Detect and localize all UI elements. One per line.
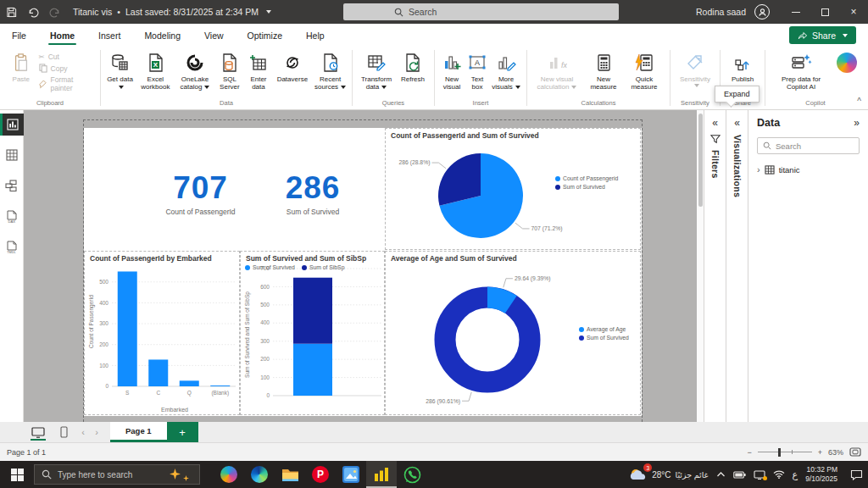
- expand-visualizations-icon[interactable]: «: [734, 117, 740, 129]
- legend-item[interactable]: Sum of SibSp: [302, 264, 345, 270]
- minimize-button[interactable]: [782, 0, 810, 24]
- report-page[interactable]: 707 Count of PassengerId 286 Sum of Surv…: [84, 128, 642, 416]
- card-sum-survived[interactable]: 286 Sum of Survived: [241, 170, 385, 216]
- copilot-button[interactable]: [833, 51, 860, 75]
- zoom-out-button[interactable]: −: [747, 448, 751, 457]
- collapse-ribbon-button[interactable]: ^: [857, 97, 861, 106]
- weather-widget[interactable]: 3 28°C غائم جزئيًا: [629, 467, 708, 482]
- share-button[interactable]: Share: [789, 26, 856, 44]
- canvas-scrollbar[interactable]: [697, 110, 704, 422]
- taskbar-search-input[interactable]: Type here to search: [34, 464, 200, 485]
- pie-chart-visual[interactable]: Count of PassengerId and Sum of Survived…: [385, 128, 641, 250]
- undo-icon[interactable]: [22, 3, 44, 20]
- close-button[interactable]: ×: [839, 0, 868, 24]
- bar-chart-visual[interactable]: Count of PassengerId by Embarked Count o…: [84, 251, 240, 415]
- enter-data-button[interactable]: Enter data: [244, 51, 272, 92]
- scrollbar-thumb[interactable]: [698, 114, 703, 207]
- add-page-button[interactable]: +: [167, 422, 198, 442]
- account-avatar-icon[interactable]: [754, 4, 770, 19]
- taskbar-powerbi-button[interactable]: [366, 461, 397, 488]
- sql-server-button[interactable]: SQL Server: [214, 51, 244, 92]
- zoom-slider-handle[interactable]: [778, 448, 782, 457]
- taskbar-whatsapp-button[interactable]: [397, 461, 427, 488]
- tab-help[interactable]: Help: [294, 25, 337, 45]
- notification-center-icon[interactable]: [850, 469, 863, 480]
- prep-data-copilot-button[interactable]: Prep data for Copilot AI: [769, 51, 833, 92]
- taskbar-pinterest-button[interactable]: P: [305, 461, 336, 488]
- legend-item[interactable]: Count of Passengerid: [555, 175, 618, 181]
- account-name[interactable]: Rodina saad: [696, 7, 746, 17]
- taskbar-file-explorer-button[interactable]: [275, 461, 305, 488]
- tab-optimize[interactable]: Optimize: [236, 25, 294, 45]
- start-button[interactable]: [0, 461, 34, 488]
- tab-modeling[interactable]: Modeling: [132, 25, 192, 45]
- taskbar-edge-button[interactable]: [244, 461, 275, 488]
- zoom-slider[interactable]: [758, 452, 812, 452]
- onelake-catalog-button[interactable]: OneLake catalog: [175, 51, 215, 92]
- more-visuals-button[interactable]: More visuals: [489, 51, 523, 92]
- report-canvas[interactable]: 707 Count of PassengerId 286 Sum of Surv…: [24, 110, 704, 422]
- wifi-icon[interactable]: [773, 470, 785, 479]
- filters-pane-title[interactable]: Filters: [710, 150, 721, 179]
- redo-icon[interactable]: [44, 3, 66, 20]
- desktop-layout-button[interactable]: [25, 422, 51, 442]
- cut-button[interactable]: ✂Cut: [39, 53, 97, 61]
- previous-page-button[interactable]: ‹: [76, 422, 90, 442]
- tab-file[interactable]: File: [0, 25, 38, 45]
- donut-chart-visual[interactable]: Average of Age and Sum of Survived 29.64…: [385, 251, 641, 415]
- page-tab[interactable]: Page 1: [110, 422, 167, 442]
- expand-filters-icon[interactable]: «: [712, 117, 718, 129]
- legend-item[interactable]: Sum of Survived: [555, 184, 618, 190]
- tab-view[interactable]: View: [192, 25, 236, 45]
- collapse-data-pane-icon[interactable]: »: [854, 117, 860, 129]
- mobile-layout-button[interactable]: [51, 422, 76, 442]
- tmdl-view-button[interactable]: TMDL: [0, 236, 24, 258]
- zoom-in-button[interactable]: +: [818, 448, 822, 457]
- dax-query-view-button[interactable]: DAX: [0, 205, 24, 227]
- new-visual-calculation-button[interactable]: fx New visual calculation: [531, 51, 583, 92]
- tab-insert[interactable]: Insert: [86, 25, 132, 45]
- get-data-button[interactable]: Get data: [104, 51, 136, 92]
- publish-button[interactable]: Publish: [724, 51, 761, 83]
- fit-to-page-icon[interactable]: [849, 447, 861, 457]
- transform-data-button[interactable]: Transform data: [356, 51, 397, 92]
- expand-chevron-icon[interactable]: ›: [757, 164, 760, 175]
- maximize-button[interactable]: [810, 0, 839, 24]
- zoom-percent[interactable]: 63%: [828, 448, 843, 457]
- new-measure-button[interactable]: New measure: [583, 51, 624, 92]
- language-indicator[interactable]: ع: [793, 469, 798, 480]
- taskbar-photos-button[interactable]: [336, 461, 366, 488]
- save-icon[interactable]: [0, 3, 22, 20]
- recent-sources-button[interactable]: Recent sources: [312, 51, 348, 92]
- battery-icon[interactable]: [733, 471, 746, 479]
- dataverse-button[interactable]: Dataverse: [273, 51, 313, 83]
- taskbar-copilot-button[interactable]: [214, 461, 244, 488]
- copy-button[interactable]: Copy: [39, 64, 97, 73]
- refresh-button[interactable]: Refresh: [397, 51, 429, 83]
- display-cast-icon[interactable]: [754, 470, 765, 480]
- fields-search-input[interactable]: Search: [757, 137, 860, 154]
- report-view-button[interactable]: [0, 114, 24, 136]
- format-painter-button[interactable]: Format painter: [39, 75, 97, 92]
- tray-chevron-icon[interactable]: [716, 471, 726, 478]
- legend-item[interactable]: Sum of Survived: [579, 335, 629, 341]
- table-view-button[interactable]: [0, 144, 24, 166]
- excel-workbook-button[interactable]: X Excel workbook: [136, 51, 175, 92]
- legend-item[interactable]: Average of Age: [579, 326, 629, 332]
- quick-measure-label: Quick measure: [626, 75, 663, 92]
- legend-item[interactable]: Sum of Survived: [245, 264, 295, 270]
- paste-button[interactable]: Paste: [7, 51, 36, 83]
- new-visual-button[interactable]: New visual: [438, 51, 465, 92]
- global-search-input[interactable]: Search: [343, 3, 619, 20]
- table-tree-item-titanic[interactable]: › titanic: [757, 164, 860, 175]
- next-page-button[interactable]: ›: [90, 422, 103, 442]
- model-view-button[interactable]: [0, 175, 24, 197]
- text-box-button[interactable]: A Text box: [465, 51, 489, 92]
- document-title[interactable]: Titanic vis • Last saved: 8/31/2025 at 2…: [73, 7, 271, 17]
- quick-measure-button[interactable]: Quick measure: [624, 51, 665, 92]
- stacked-bar-visual[interactable]: Sum of Survived and Sum of SibSp Sum of …: [240, 251, 385, 415]
- tab-home[interactable]: Home: [38, 25, 86, 45]
- visualizations-pane-title[interactable]: Visualizations: [732, 135, 743, 197]
- sensitivity-button[interactable]: Sensitivity: [674, 51, 716, 87]
- taskbar-clock[interactable]: 10:32 PM 9/10/2025: [805, 465, 837, 484]
